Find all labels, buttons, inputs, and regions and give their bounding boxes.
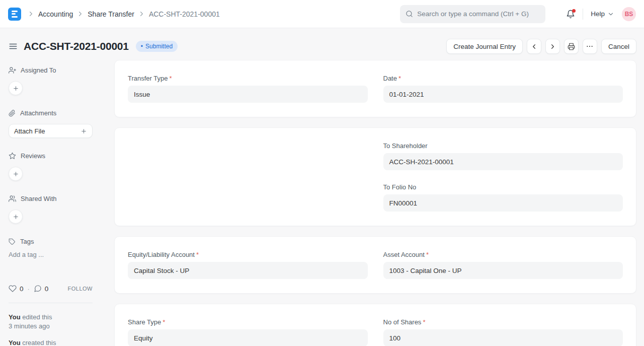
create-journal-entry-button[interactable]: Create Journal Entry <box>446 39 523 54</box>
equity-liability-account-input[interactable]: Capital Stock - UP <box>128 262 368 279</box>
transfer-type-input[interactable]: Issue <box>128 86 368 103</box>
field-to-folio-no: To Folio No FN00001 <box>383 183 623 212</box>
chevron-right-icon <box>549 43 556 50</box>
field-label: To Shareholder <box>383 142 623 150</box>
star-icon <box>9 152 16 160</box>
plus-icon <box>13 171 19 177</box>
assigned-to-label: Assigned To <box>21 66 56 74</box>
field-share-type: Share Type * Equity <box>128 318 368 346</box>
chevron-right-icon <box>138 10 145 18</box>
plus-icon <box>13 85 19 92</box>
app-logo[interactable] <box>8 8 21 21</box>
attach-file-label: Attach File <box>14 127 45 135</box>
breadcrumb-item-share-transfer[interactable]: Share Transfer <box>88 10 134 18</box>
field-label: Asset Account * <box>383 251 623 258</box>
cancel-button[interactable]: Cancel <box>601 39 636 54</box>
more-actions-button[interactable] <box>583 39 597 54</box>
field-label: Date * <box>383 75 623 82</box>
required-marker: * <box>423 318 425 326</box>
plus-icon <box>13 214 19 220</box>
add-assignment-button[interactable] <box>9 81 23 95</box>
paperclip-icon <box>9 110 16 117</box>
share-type-input[interactable]: Equity <box>128 329 368 346</box>
sidebar-divider <box>9 303 93 303</box>
to-shareholder-input[interactable]: ACC-SH-2021-00001 <box>383 153 623 170</box>
attachments-label: Attachments <box>20 109 56 117</box>
tags-label: Tags <box>20 238 34 245</box>
activity-action: edited this <box>22 313 52 321</box>
navbar-left: Accounting Share Transfer ACC-SHT-2021-0… <box>8 8 220 21</box>
navbar-right: Help BS <box>400 5 636 23</box>
asset-account-input[interactable]: 1003 - Capital One - UP <box>383 262 623 279</box>
page-body: Assigned To Attachments Attach File <box>8 60 636 346</box>
page-head-actions: Create Journal Entry C <box>446 39 636 54</box>
label-text: No of Shares <box>383 318 422 326</box>
form-section-shareholder: To Shareholder ACC-SH-2021-00001 To Foli… <box>114 127 636 226</box>
activity-actor: You <box>9 339 21 346</box>
plus-icon <box>80 128 87 134</box>
erpnext-logo-icon <box>12 11 18 18</box>
shared-with-label: Shared With <box>21 195 57 202</box>
label-text: Transfer Type <box>128 75 168 82</box>
add-tag-input[interactable]: Add a tag ... <box>9 251 93 258</box>
add-review-button[interactable] <box>9 167 23 181</box>
notifications-button[interactable] <box>566 10 575 19</box>
follow-button[interactable]: FOLLOW <box>68 286 93 292</box>
like-count[interactable]: 0 <box>20 285 24 293</box>
to-folio-no-input[interactable]: FN00001 <box>383 194 623 212</box>
tags-section: Tags Add a tag ... <box>9 238 93 258</box>
attachments-section: Attachments Attach File <box>9 109 93 138</box>
field-transfer-type: Transfer Type * Issue <box>128 75 368 103</box>
field-label: Share Type * <box>128 318 368 326</box>
breadcrumb-item-accounting[interactable]: Accounting <box>38 10 73 18</box>
field-date: Date * 01-01-2021 <box>383 75 623 103</box>
activity-action: created this <box>22 339 56 346</box>
help-dropdown[interactable]: Help <box>591 10 614 18</box>
required-marker: * <box>398 75 401 82</box>
form-sidebar: Assigned To Attachments Attach File <box>8 60 107 346</box>
date-input[interactable]: 01-01-2021 <box>383 86 623 103</box>
sidebar-toggle-icon <box>9 42 18 51</box>
reviews-label: Reviews <box>21 152 45 160</box>
field-label: Transfer Type * <box>128 75 368 82</box>
prev-document-button[interactable] <box>527 39 541 54</box>
add-share-button[interactable] <box>9 210 23 224</box>
print-button[interactable] <box>564 39 579 54</box>
label-text: To Shareholder <box>383 142 428 150</box>
reviews-header: Reviews <box>9 152 93 160</box>
search-input[interactable] <box>417 10 540 18</box>
activity-actor: You <box>9 313 21 321</box>
assigned-to-header: Assigned To <box>9 66 93 74</box>
next-document-button[interactable] <box>545 39 560 54</box>
help-label: Help <box>591 10 605 18</box>
label-text: Asset Account <box>383 251 425 258</box>
page-head: ACC-SHT-2021-00001 • Submitted Create Jo… <box>8 28 636 60</box>
chevron-down-icon <box>607 11 614 18</box>
chevron-left-icon <box>530 43 538 50</box>
no-of-shares-input[interactable]: 100 <box>383 329 623 346</box>
navbar: Accounting Share Transfer ACC-SHT-2021-0… <box>0 0 644 28</box>
required-marker: * <box>426 251 429 258</box>
label-text: Share Type <box>128 318 161 326</box>
field-to-shareholder: To Shareholder ACC-SH-2021-00001 <box>383 142 623 170</box>
count-separator: · <box>28 285 30 293</box>
users-icon <box>9 195 16 202</box>
user-avatar[interactable]: BS <box>622 7 636 21</box>
comment-count[interactable]: 0 <box>45 285 49 293</box>
field-label: To Folio No <box>383 183 623 191</box>
ellipsis-icon <box>586 42 594 50</box>
comment-icon[interactable] <box>34 285 42 293</box>
heart-icon[interactable] <box>9 285 17 293</box>
chevron-right-icon <box>27 10 35 18</box>
page-head-left: ACC-SHT-2021-00001 • Submitted <box>8 40 178 52</box>
sidebar-toggle-button[interactable] <box>8 42 18 51</box>
field-asset-account: Asset Account * 1003 - Capital One - UP <box>383 251 623 279</box>
field-equity-liability-account: Equity/Liability Account * Capital Stock… <box>128 251 368 279</box>
breadcrumb: Accounting Share Transfer ACC-SHT-2021-0… <box>27 10 220 18</box>
field-label: Equity/Liability Account * <box>128 251 368 258</box>
shared-with-header: Shared With <box>9 195 93 202</box>
attach-file-button[interactable]: Attach File <box>9 124 93 138</box>
page-title: ACC-SHT-2021-00001 <box>24 40 129 52</box>
form-body: Transfer Type * Issue Date * 01-01-2021 <box>114 60 636 346</box>
global-search[interactable] <box>400 5 545 23</box>
